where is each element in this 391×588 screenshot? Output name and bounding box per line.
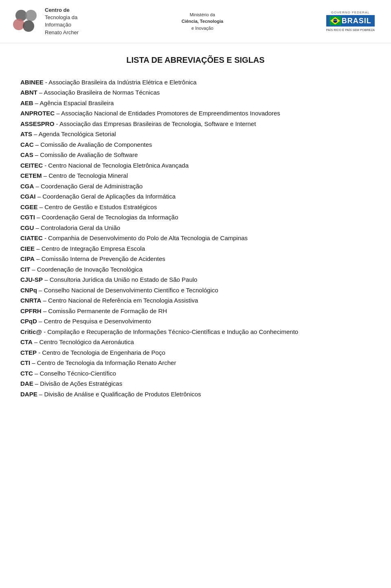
abbr-definition: Agência Espacial Brasileira: [40, 99, 114, 106]
abbr-definition: Agenda Tecnológica Setorial: [39, 130, 116, 137]
abbr-separator: –: [33, 151, 40, 158]
list-item: DAPE – Divisão de Análise e Qualificação…: [20, 389, 371, 400]
abbr-key: DAPE: [20, 391, 37, 398]
list-item: CGA – Coordenação Geral de Administração: [20, 181, 371, 192]
abbr-definition: Associação Brasileira de Normas Técnicas: [44, 89, 160, 96]
abbr-key: CEITEC: [20, 162, 43, 169]
list-item: Critic@ - Compilação e Recuperação de In…: [20, 327, 371, 337]
list-item: CNRTA – Centro Nacional de Referência em…: [20, 295, 371, 306]
abbr-key: Critic@: [20, 328, 42, 335]
list-item: ABINEE - Associação Brasileira da Indúst…: [20, 77, 371, 88]
svg-point-6: [333, 19, 337, 23]
abbr-definition: Coordenação Geral de Administração: [41, 183, 143, 190]
abbr-definition: Centro Tecnológico da Aeronáutica: [39, 338, 134, 345]
abbr-key: CIT: [20, 266, 30, 273]
abbr-key: CNPq: [20, 287, 37, 294]
abbr-key: CNRTA: [20, 297, 41, 304]
abbr-separator: –: [55, 110, 61, 117]
abbr-separator: –: [35, 245, 42, 252]
abbr-separator: –: [35, 255, 42, 262]
abbr-separator: –: [33, 370, 40, 377]
list-item: DAE – Divisão de Ações Estratégicas: [20, 378, 371, 389]
list-item: ANPROTEC – Associação Nacional de Entida…: [20, 108, 371, 119]
abbr-key: DAE: [20, 380, 33, 387]
abbr-key: CTI: [20, 359, 30, 366]
abbr-definition: Centro de Tecnologia de Engenharia de Po…: [42, 349, 165, 356]
abbr-key: CTEP: [20, 349, 37, 356]
governo-text: GOVERNO FEDERAL: [331, 11, 370, 14]
abbr-separator: –: [42, 307, 48, 314]
brasil-logo-area: GOVERNO FEDERAL BRASIL PAÍS RICO É PAÍS …: [326, 11, 375, 32]
abbr-definition: Centro de Gestão e Estudos Estratégicos: [44, 203, 157, 210]
list-item: CTEP - Centro de Tecnologia de Engenhari…: [20, 347, 371, 358]
list-item: CTI – Centro de Tecnologia da Informação…: [20, 358, 371, 368]
logo-text: Centro de Tecnologia da Informação Renat…: [45, 7, 79, 36]
abbr-separator: –: [35, 214, 42, 221]
abbr-definition: Coordenação Geral de Tecnologias da Info…: [42, 214, 178, 221]
abbr-definition: Coordenação de Inovação Tecnológica: [37, 266, 143, 273]
abbr-key: CPFRH: [20, 307, 42, 314]
abbr-separator: –: [41, 297, 48, 304]
abbr-key: CTA: [20, 338, 33, 345]
abbr-definition: Companhia de Desenvolvimento do Polo de …: [48, 234, 248, 241]
cti-logo: Centro de Tecnologia da Informação Renat…: [12, 7, 79, 36]
abbr-separator: –: [33, 380, 40, 387]
list-item: ASSESPRO - Associação das Empresas Brasi…: [20, 119, 371, 129]
list-item: CTA – Centro Tecnológico da Aeronáutica: [20, 337, 371, 347]
abbr-key: CTC: [20, 370, 33, 377]
list-item: CAS – Comissão de Avaliação de Software: [20, 150, 371, 160]
abbr-separator: –: [37, 318, 44, 325]
abbr-definition: Centro de Pesquisa e Desenvolvimento: [44, 318, 151, 325]
abbr-definition: Associação das Empresas Brasileiras de T…: [59, 120, 256, 127]
abbr-definition: Centro de Tecnologia da Informação Renat…: [37, 359, 176, 366]
page-title: LISTA DE ABREVIAÇÕES E SIGLAS: [20, 55, 371, 65]
abbr-definition: Comissão Permanente de Formação de RH: [48, 307, 167, 314]
abbr-definition: Comissão Interna de Prevenção de Acident…: [41, 255, 165, 262]
abbr-separator: –: [43, 276, 50, 283]
abbr-definition: Associação Nacional de Entidades Promoto…: [61, 110, 280, 117]
abbr-definition: Conselho Nacional de Desenvolvimento Cie…: [44, 287, 218, 294]
list-item: CJU-SP – Consultoria Jurídica da União n…: [20, 274, 371, 285]
list-item: CIATEC - Companhia de Desenvolvimento do…: [20, 233, 371, 243]
abbr-separator: –: [42, 172, 49, 179]
list-item: ABNT – Associação Brasileira de Normas T…: [20, 87, 371, 98]
list-item: CGEE – Centro de Gestão e Estudos Estrat…: [20, 202, 371, 212]
list-item: CIPA – Comissão Interna de Prevenção de …: [20, 254, 371, 264]
abbr-definition: Centro de Tecnologia Mineral: [48, 172, 128, 179]
svg-point-1: [25, 10, 37, 21]
brasil-flag-icon: [329, 16, 341, 25]
list-item: CTC – Conselho Técnico-Científico: [20, 368, 371, 379]
list-item: CPFRH – Comissão Permanente de Formação …: [20, 306, 371, 316]
ministry-text: Ministério da Ciência, Tecnologia e Inov…: [182, 11, 224, 32]
abbr-separator: -: [42, 328, 47, 335]
abbr-key: ASSESPRO: [20, 120, 54, 127]
logo-circles-graphic: [12, 8, 41, 35]
list-item: CPqD – Centro de Pesquisa e Desenvolvime…: [20, 316, 371, 327]
abbr-separator: -: [37, 349, 42, 356]
abbr-definition: Consultoria Jurídica da União no Estado …: [50, 276, 198, 283]
list-item: CETEM – Centro de Tecnologia Mineral: [20, 170, 371, 181]
abbr-key: ABNT: [20, 89, 37, 96]
abbr-definition: Comissão de Avaliação de Componentes: [40, 141, 152, 148]
abbr-key: CGTI: [20, 214, 35, 221]
abbr-key: ATS: [20, 130, 32, 137]
list-item: CGU – Controladoria Geral da União: [20, 223, 371, 233]
list-item: ATS – Agenda Tecnológica Setorial: [20, 129, 371, 139]
abbr-separator: –: [37, 287, 44, 294]
abbr-definition: Comissão de Avaliação de Software: [40, 151, 138, 158]
abbr-key: CGEE: [20, 203, 38, 210]
abbr-key: CAS: [20, 151, 33, 158]
abbreviations-list: ABINEE - Associação Brasileira da Indúst…: [20, 77, 371, 400]
abbr-separator: –: [34, 183, 41, 190]
brasil-logo: GOVERNO FEDERAL BRASIL PAÍS RICO É PAÍS …: [326, 11, 375, 32]
pais-rico-text: PAÍS RICO É PAÍS SEM POBREZA: [326, 28, 375, 32]
abbr-key: CIATEC: [20, 234, 43, 241]
abbr-separator: -: [43, 162, 48, 169]
abbr-key: ABINEE: [20, 79, 44, 86]
abbr-key: CPqD: [20, 318, 37, 325]
abbr-key: ANPROTEC: [20, 110, 55, 117]
list-item: CIEE – Centro de Integração Empresa Esco…: [20, 243, 371, 254]
abbr-key: CGA: [20, 183, 34, 190]
abbr-definition: Associação Brasileira da Indústria Elétr…: [48, 79, 197, 86]
abbr-definition: Divisão de Ações Estratégicas: [40, 380, 122, 387]
